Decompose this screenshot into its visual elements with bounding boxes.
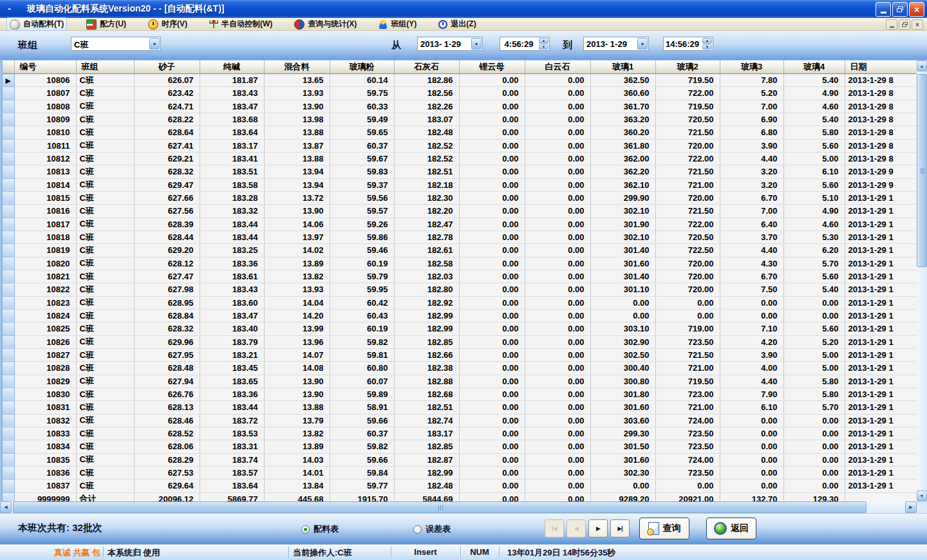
- column-header[interactable]: 混合料: [264, 61, 330, 74]
- table-row[interactable]: 10832C班628.46183.7213.7959.66182.740.000…: [3, 414, 917, 427]
- table-row[interactable]: 10830C班626.76183.3613.9059.89182.680.000…: [3, 387, 917, 400]
- spin-down-icon[interactable]: ▼: [539, 44, 548, 50]
- column-header[interactable]: 玻璃粉: [330, 61, 394, 74]
- horizontal-scrollbar[interactable]: ◀ ▶: [0, 501, 917, 513]
- menu-item-semi-auto[interactable]: 半自动控制(W): [207, 18, 275, 30]
- table-row[interactable]: 10831C班628.13183.4413.8858.91182.510.000…: [3, 401, 917, 414]
- mdi-minimize-button[interactable]: [886, 19, 897, 30]
- spin-up-icon[interactable]: ▲: [539, 38, 548, 44]
- cell: 5.80: [783, 375, 845, 387]
- menu-item-auto-batch[interactable]: 自动配料(T): [6, 17, 67, 31]
- menu-item-recipe[interactable]: 配方(U): [84, 18, 129, 30]
- table-row[interactable]: 10824C班628.84183.4714.2060.43182.990.000…: [3, 309, 917, 322]
- column-header[interactable]: 玻璃1: [590, 61, 655, 74]
- radio-batch-table[interactable]: 配料表: [301, 523, 339, 535]
- table-row[interactable]: 10821C班627.47183.6113.8259.79182.030.000…: [3, 270, 917, 283]
- close-button[interactable]: ×: [909, 2, 924, 17]
- radio-error-table[interactable]: 误差表: [413, 523, 451, 535]
- cell: 0.00: [525, 401, 590, 414]
- column-header[interactable]: 砂子: [134, 61, 200, 74]
- scroll-right-button[interactable]: ▶: [905, 501, 917, 513]
- table-row[interactable]: 10822C班627.98183.4313.9359.95182.800.000…: [3, 283, 917, 296]
- table-row[interactable]: 10818C班628.44183.4413.9759.86182.780.000…: [3, 230, 917, 243]
- table-row[interactable]: 10836C班627.53183.5714.0159.84182.990.000…: [3, 466, 917, 479]
- row-indicator: [3, 414, 14, 427]
- column-header[interactable]: 纯碱: [200, 61, 264, 74]
- chevron-down-icon[interactable]: ▼: [471, 38, 482, 50]
- cell: 721.00: [655, 362, 720, 375]
- table-row[interactable]: 10837C班629.64183.6413.8459.77182.480.000…: [3, 480, 917, 492]
- table-row[interactable]: 10811C班627.41183.1713.8760.37182.520.000…: [3, 139, 917, 152]
- scroll-down-button[interactable]: ▼: [917, 490, 927, 501]
- chevron-down-icon[interactable]: ▼: [149, 38, 160, 50]
- table-row[interactable]: 10813C班628.32183.5113.9459.83182.510.000…: [3, 165, 917, 178]
- table-row[interactable]: 10833C班628.52183.5313.8260.37183.170.000…: [3, 427, 917, 440]
- cell: 9289.20: [590, 492, 655, 501]
- table-row[interactable]: 10814C班629.47183.5813.9459.37182.180.000…: [3, 178, 917, 191]
- table-row[interactable]: 10816C班627.56183.3213.9059.57182.200.000…: [3, 205, 917, 218]
- table-row[interactable]: 10812C班629.21183.4113.8859.67182.520.000…: [3, 152, 917, 165]
- cell: 5.60: [783, 139, 845, 152]
- row-indicator: [3, 178, 14, 191]
- table-row[interactable]: 10809C班628.22183.6813.9859.49183.070.000…: [3, 113, 917, 126]
- column-header[interactable]: 玻璃3: [720, 61, 783, 74]
- menu-item-exit[interactable]: 退出(Z): [436, 18, 478, 30]
- column-header[interactable]: 石灰石: [394, 61, 459, 74]
- table-row[interactable]: 10827C班627.95183.2114.0759.81182.660.000…: [3, 348, 917, 361]
- table-row[interactable]: 10810C班628.64183.6413.8859.65182.480.000…: [3, 126, 917, 139]
- scroll-up-button[interactable]: ▲: [917, 61, 927, 71]
- column-header[interactable]: 玻璃2: [655, 61, 720, 74]
- thumb-grip-icon: [438, 505, 444, 510]
- table-row[interactable]: 10835C班628.29183.7414.0359.66182.870.000…: [3, 453, 917, 466]
- back-button[interactable]: 返回: [706, 518, 756, 539]
- column-header[interactable]: 日期: [845, 61, 917, 74]
- spin-down-icon[interactable]: ▼: [702, 44, 712, 50]
- table-row[interactable]: 10815C班627.66183.2813.7259.56182.300.000…: [3, 191, 917, 204]
- table-row[interactable]: ▶10806C班626.07181.8713.6560.14182.860.00…: [3, 74, 917, 87]
- shift-group-combobox[interactable]: C班 ▼: [71, 37, 161, 51]
- minimize-button[interactable]: [876, 2, 891, 17]
- column-header[interactable]: 编号: [14, 61, 76, 74]
- cell: 0.00: [459, 309, 525, 322]
- menu-item-query-stats[interactable]: 查询与统计(X): [292, 18, 359, 30]
- vertical-scrollbar[interactable]: ▲ ▼: [917, 61, 927, 501]
- table-row[interactable]: 10828C班628.48183.4514.0860.80182.380.000…: [3, 362, 917, 375]
- table-row[interactable]: 10825C班628.32183.4013.9960.19182.990.000…: [3, 322, 917, 335]
- radio-unselected-icon[interactable]: [413, 525, 422, 534]
- table-row[interactable]: 10817C班628.39183.4414.0659.26182.470.000…: [3, 218, 917, 230]
- column-header[interactable]: 白云石: [525, 61, 590, 74]
- table-row[interactable]: 10807C班623.42183.4313.9359.75182.560.000…: [3, 87, 917, 100]
- from-date-picker[interactable]: 2013- 1-29 ▼: [417, 37, 483, 51]
- to-time-spinner[interactable]: 14:56:29 ▲ ▼: [663, 37, 713, 51]
- table-row[interactable]: 10819C班629.20183.2514.0259.46182.610.000…: [3, 244, 917, 257]
- vertical-scroll-thumb[interactable]: [917, 74, 927, 267]
- table-row[interactable]: 10823C班628.95183.6014.0460.42182.920.000…: [3, 296, 917, 309]
- spin-up-icon[interactable]: ▲: [702, 38, 712, 44]
- radio-selected-icon[interactable]: [301, 525, 310, 534]
- chevron-down-icon[interactable]: ▼: [637, 38, 648, 50]
- cell: 10826: [14, 335, 76, 348]
- mdi-restore-button[interactable]: [899, 19, 910, 30]
- restore-button[interactable]: [892, 2, 908, 17]
- to-date-picker[interactable]: 2013- 1-29 ▼: [583, 37, 649, 51]
- column-header[interactable]: 锂云母: [459, 61, 525, 74]
- next-record-button[interactable]: ▶: [588, 519, 608, 537]
- table-row[interactable]: 10808C班624.71183.4713.9060.33182.260.000…: [3, 100, 917, 113]
- table-row[interactable]: 10820C班628.12183.3613.8960.19182.580.000…: [3, 257, 917, 270]
- table-row[interactable]: 10834C班628.06183.3113.8959.82182.850.000…: [3, 440, 917, 453]
- table-row[interactable]: 10829C班627.94183.6513.9060.07182.880.000…: [3, 375, 917, 387]
- scroll-left-button[interactable]: ◀: [0, 501, 12, 513]
- from-time-spinner[interactable]: 4:56:29 ▲ ▼: [500, 37, 550, 51]
- mdi-close-button[interactable]: ×: [912, 19, 923, 30]
- table-row[interactable]: 10826C班629.96183.7913.9659.82182.850.000…: [3, 335, 917, 348]
- cell: 0.00: [459, 152, 525, 165]
- column-header[interactable]: 玻璃4: [783, 61, 845, 74]
- total-row[interactable]: 9999999合计20096.125869.77445.681915.70584…: [3, 492, 917, 501]
- menu-item-shift[interactable]: 班组(Y): [376, 18, 419, 30]
- last-record-button[interactable]: ▶|: [610, 519, 630, 537]
- menu-item-timing[interactable]: 时序(V): [145, 18, 190, 30]
- query-button[interactable]: 查询: [639, 518, 689, 539]
- cell: 0.00: [720, 480, 783, 492]
- horizontal-scroll-thumb[interactable]: [13, 501, 866, 513]
- column-header[interactable]: 班组: [76, 61, 134, 74]
